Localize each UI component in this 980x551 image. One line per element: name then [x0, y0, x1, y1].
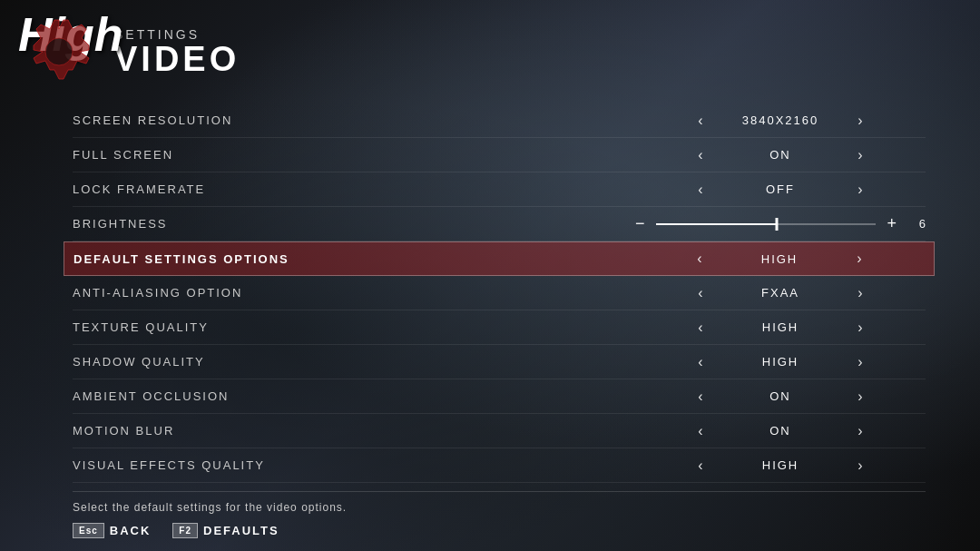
brightness-value: 6 [907, 217, 926, 231]
brightness-slider-fill [656, 223, 778, 225]
gear-icon [18, 11, 100, 93]
setting-name-visual-effects: VISUAL EFFECTS QUALITY [73, 458, 635, 472]
setting-name-lock-framerate: LOCK FRAMERATE [73, 182, 635, 196]
hint-text: Select the default settings for the vide… [73, 501, 907, 514]
arrow-right-anti-aliasing[interactable]: › [851, 285, 869, 301]
brightness-slider-track[interactable] [656, 223, 877, 225]
setting-name-motion-blur: MOTION BLUR [73, 424, 635, 438]
setting-row-lock-framerate[interactable]: LOCK FRAMERATE ‹ OFF › [73, 172, 926, 207]
arrow-left-motion-blur[interactable]: ‹ [691, 423, 710, 439]
brightness-slider-thumb [776, 218, 779, 231]
setting-value-texture-quality: HIGH [726, 320, 835, 334]
settings-list: SCREEN RESOLUTION ‹ 3840x2160 › FULL SCR… [0, 103, 980, 491]
arrow-right-default-settings[interactable]: › [850, 251, 868, 267]
setting-value-default-settings: HIGH [725, 252, 834, 266]
header-titles: SETTINGS VIDEO [114, 27, 240, 76]
setting-row-brightness[interactable]: BRIGHTNESS − + 6 [73, 207, 926, 241]
logo-container: High [18, 11, 100, 93]
arrow-right-motion-blur[interactable]: › [851, 423, 869, 439]
setting-value-motion-blur: ON [726, 424, 835, 438]
setting-control-default-settings: ‹ HIGH › [634, 251, 925, 267]
setting-name-ambient-occlusion: AMBIENT OCCLUSION [73, 389, 635, 403]
setting-value-full-screen: ON [726, 148, 835, 162]
setting-name-texture-quality: TEXTURE QUALITY [73, 320, 635, 334]
arrow-right-lock-framerate[interactable]: › [851, 182, 869, 198]
setting-name-brightness: BRIGHTNESS [73, 217, 635, 231]
arrow-right-shadow-quality[interactable]: › [851, 354, 869, 370]
setting-row-ambient-occlusion[interactable]: AMBIENT OCCLUSION ‹ ON › [73, 379, 926, 414]
setting-value-lock-framerate: OFF [726, 182, 835, 196]
setting-name-default-settings: DEFAULT SETTINGS OPTIONS [74, 252, 634, 266]
brightness-control: − + 6 [635, 214, 926, 233]
setting-name-shadow-quality: SHADOW QUALITY [73, 355, 635, 369]
brightness-plus-icon[interactable]: + [887, 214, 897, 233]
main-content: High SETTINGS VIDEO SCREEN RESOLUTION ‹ … [0, 0, 980, 551]
footer: Select the default settings for the vide… [0, 492, 980, 551]
setting-name-anti-aliasing: ANTI-ALIASING OPTION [73, 286, 635, 300]
footer-controls: Esc BACK F2 DEFAULTS [73, 523, 907, 538]
arrow-right-ambient-occlusion[interactable]: › [851, 389, 869, 405]
arrow-right-texture-quality[interactable]: › [851, 320, 869, 336]
arrow-left-lock-framerate[interactable]: ‹ [691, 182, 710, 198]
arrow-left-texture-quality[interactable]: ‹ [691, 320, 710, 336]
setting-control-visual-effects: ‹ HIGH › [635, 458, 926, 474]
setting-control-shadow-quality: ‹ HIGH › [635, 354, 926, 370]
arrow-left-visual-effects[interactable]: ‹ [691, 458, 710, 474]
setting-value-visual-effects: HIGH [726, 458, 835, 472]
defaults-button[interactable]: F2 DEFAULTS [172, 523, 279, 538]
arrow-right-visual-effects[interactable]: › [851, 458, 869, 474]
setting-control-full-screen: ‹ ON › [635, 147, 926, 163]
setting-row-motion-blur[interactable]: MOTION BLUR ‹ ON › [73, 414, 926, 448]
setting-row-default-settings[interactable]: DEFAULT SETTINGS OPTIONS ‹ HIGH › [64, 241, 935, 276]
setting-control-motion-blur: ‹ ON › [635, 423, 926, 439]
arrow-left-screen-resolution[interactable]: ‹ [691, 113, 710, 129]
setting-row-texture-quality[interactable]: TEXTURE QUALITY ‹ HIGH › [73, 310, 926, 345]
setting-name-screen-resolution: SCREEN RESOLUTION [73, 113, 635, 127]
setting-value-screen-resolution: 3840x2160 [726, 113, 835, 127]
arrow-left-anti-aliasing[interactable]: ‹ [691, 285, 710, 301]
setting-name-full-screen: FULL SCREEN [73, 148, 635, 162]
setting-value-anti-aliasing: FXAA [726, 286, 835, 300]
setting-value-ambient-occlusion: ON [726, 389, 835, 403]
setting-row-anti-aliasing[interactable]: ANTI-ALIASING OPTION ‹ FXAA › [73, 276, 926, 310]
setting-control-screen-resolution: ‹ 3840x2160 › [635, 113, 926, 129]
setting-control-lock-framerate: ‹ OFF › [635, 182, 926, 198]
arrow-left-ambient-occlusion[interactable]: ‹ [691, 389, 710, 405]
arrow-left-default-settings[interactable]: ‹ [691, 251, 709, 267]
setting-row-screen-resolution[interactable]: SCREEN RESOLUTION ‹ 3840x2160 › [73, 103, 926, 138]
back-button[interactable]: Esc BACK [73, 523, 151, 538]
video-label: VIDEO [114, 42, 240, 76]
svg-point-0 [45, 38, 73, 65]
back-label: BACK [110, 524, 152, 537]
arrow-left-full-screen[interactable]: ‹ [691, 147, 710, 163]
esc-key-box: Esc [73, 523, 104, 538]
setting-control-anti-aliasing: ‹ FXAA › [635, 285, 926, 301]
header: High SETTINGS VIDEO [0, 0, 980, 100]
f2-key-box: F2 [172, 523, 198, 538]
brightness-minus-icon[interactable]: − [635, 214, 645, 233]
setting-row-full-screen[interactable]: FULL SCREEN ‹ ON › [73, 138, 926, 172]
setting-row-shadow-quality[interactable]: SHADOW QUALITY ‹ HIGH › [73, 345, 926, 379]
arrow-right-screen-resolution[interactable]: › [851, 113, 869, 129]
setting-row-visual-effects[interactable]: VISUAL EFFECTS QUALITY ‹ HIGH › [73, 448, 926, 483]
arrow-right-full-screen[interactable]: › [851, 147, 869, 163]
arrow-left-shadow-quality[interactable]: ‹ [691, 354, 710, 370]
defaults-label: DEFAULTS [203, 524, 279, 537]
setting-control-texture-quality: ‹ HIGH › [635, 320, 926, 336]
setting-control-ambient-occlusion: ‹ ON › [635, 389, 926, 405]
setting-value-shadow-quality: HIGH [726, 355, 835, 369]
